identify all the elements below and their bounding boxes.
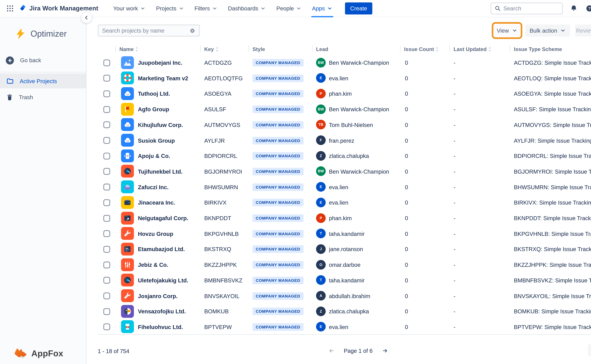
table-row: Zafuczi Inc.BHWSUMRNCOMPANY MANAGEDEeva.… — [87, 179, 591, 195]
next-page-arrow-icon[interactable] — [379, 346, 389, 356]
issue-count-value: 0 — [405, 148, 408, 164]
app-switcher-icon[interactable] — [5, 3, 15, 13]
help-icon[interactable]: ? — [585, 4, 591, 13]
issue-type-scheme-value: BMBNFBSVKZ: Simple Issue Track... — [514, 273, 591, 288]
row-checkbox[interactable] — [103, 308, 110, 315]
table-row: Jebiz & Co.BKZZJHPPKCOMPANY MANAGEDOomar… — [87, 257, 591, 273]
nav-menu-item-label: Filters — [195, 5, 210, 12]
style-badge: COMPANY MANAGED — [252, 59, 303, 66]
chevron-down-icon — [178, 6, 184, 11]
issue-type-scheme-value: ACTDGZG: Simple Issue Tracking I... — [514, 55, 591, 71]
lead-avatar: A — [316, 291, 326, 301]
row-checkbox[interactable] — [103, 75, 110, 82]
row-checkbox[interactable] — [103, 215, 110, 221]
project-name: Vensazofojku Ltd. — [138, 304, 186, 319]
row-checkbox[interactable] — [103, 292, 110, 299]
issue-count-value: 0 — [405, 241, 408, 257]
sidebar-item-label: Active Projects — [20, 78, 57, 84]
lead-name: Ben Warwick-Champion — [329, 164, 389, 179]
issue-count-value: 0 — [405, 179, 408, 195]
project-avatar-wrench-icon — [121, 227, 134, 240]
lead-avatar: E — [316, 182, 326, 192]
sidebar-item-active-projects[interactable]: Active Projects — [0, 74, 86, 88]
project-name: Apoju & Co. — [138, 148, 170, 164]
project-avatar-lifebuoy-icon — [121, 72, 134, 84]
nav-menu-item-dashboards[interactable]: Dashboards — [223, 0, 271, 17]
style-badge: COMPANY MANAGED — [252, 323, 303, 331]
global-search-input[interactable] — [503, 5, 576, 12]
nav-menu-item-apps[interactable]: Apps — [307, 0, 338, 17]
last-updated-value: - — [453, 210, 455, 226]
lead-name: omar.darboe — [329, 257, 360, 273]
jira-brand[interactable]: Jira Work Management — [19, 5, 98, 12]
row-checkbox[interactable] — [103, 230, 110, 237]
last-updated-value: - — [453, 319, 455, 335]
lead-avatar: E — [316, 73, 326, 83]
sidebar-item-trash[interactable]: Trash — [0, 90, 86, 104]
last-updated-value: - — [453, 55, 455, 71]
lead-avatar: P — [316, 89, 326, 98]
notifications-bell-icon[interactable] — [569, 4, 579, 13]
row-checkbox[interactable] — [103, 137, 110, 144]
chevron-down-icon — [140, 6, 146, 11]
lead-avatar: T — [316, 229, 326, 238]
nav-menu-item-projects[interactable]: Projects — [151, 0, 189, 17]
export-button[interactable]: Export — [588, 344, 591, 356]
last-updated-value: - — [453, 257, 455, 273]
row-checkbox[interactable] — [103, 324, 110, 331]
table-row: Josjanro Corp.BNVSKAYOILCOMPANY MANAGEDA… — [87, 288, 591, 304]
row-checkbox[interactable] — [103, 261, 110, 268]
project-avatar-cloud-icon — [121, 118, 134, 131]
chevron-down-icon — [212, 6, 218, 11]
row-checkbox[interactable] — [103, 199, 110, 206]
style-badge: COMPANY MANAGED — [252, 230, 303, 238]
issue-type-scheme-value: BKSTRXQ: Simple Issue Tracking I... — [514, 241, 591, 257]
project-avatar-browser-icon — [121, 212, 134, 224]
table-row: Kihujlufuw Corp.AUTMOVYGSCOMPANY MANAGED… — [87, 117, 591, 133]
row-checkbox[interactable] — [103, 277, 110, 284]
lead-name: eva.lien — [329, 319, 348, 335]
back-arrow-icon — [5, 56, 14, 65]
project-name: Etamubazjod Ltd. — [138, 241, 185, 257]
row-checkbox[interactable] — [103, 153, 110, 159]
optimizer-logo: Optimizer — [0, 17, 86, 40]
row-checkbox[interactable] — [103, 121, 110, 128]
go-back-button[interactable]: Go back — [0, 53, 86, 67]
nav-menu-item-your-work[interactable]: Your work — [108, 0, 151, 17]
lead-avatar: BW — [316, 104, 326, 114]
nav-menu-item-people[interactable]: People — [271, 0, 307, 17]
row-checkbox[interactable] — [103, 184, 110, 190]
nav-menu-item-filters[interactable]: Filters — [189, 0, 223, 17]
chevron-down-icon — [296, 6, 302, 11]
pagination: Page 1 of 6 — [327, 346, 389, 356]
lead-name: zlatica.chalupka — [329, 148, 369, 164]
project-avatar-parrot-icon — [121, 305, 134, 318]
lead-avatar: BW — [316, 58, 326, 67]
project-name: Zafuczi Inc. — [138, 179, 169, 195]
previous-page-arrow-icon[interactable] — [327, 346, 337, 356]
row-checkbox[interactable] — [103, 106, 110, 113]
result-range-text: 1 - 18 of 754 — [98, 348, 129, 354]
sidebar-collapse-button[interactable] — [81, 12, 92, 23]
lead-name: Tom Buhl-Nielsen — [329, 117, 373, 133]
table-row: Tujifunekbel Ltd.BGJORMYROICOMPANY MANAG… — [87, 164, 591, 179]
fox-logo-icon — [14, 348, 28, 360]
last-updated-value: - — [453, 148, 455, 164]
row-checkbox[interactable] — [103, 59, 110, 66]
lead-name: Ben Warwick-Champion — [329, 55, 389, 71]
table-row: Marketing Team v2AEOTLOQTFGCOMPANY MANAG… — [87, 70, 591, 86]
project-key: ACTDGZG — [204, 55, 232, 71]
sidebar: Optimizer Go back Active Projects Trash … — [0, 17, 86, 364]
app-title: Jira Work Management — [29, 5, 98, 12]
lead-avatar: Z — [316, 151, 326, 161]
row-checkbox[interactable] — [103, 168, 110, 175]
issue-type-scheme-value: AUTMOVYGS: Simple Issue Tracki... — [514, 117, 591, 133]
global-search[interactable] — [491, 2, 563, 14]
row-checkbox[interactable] — [103, 90, 110, 97]
lead-avatar: O — [316, 260, 326, 270]
trash-icon — [6, 93, 13, 101]
create-button[interactable]: Create — [345, 2, 372, 14]
style-badge: COMPANY MANAGED — [252, 308, 303, 315]
project-key: BOMKUB — [204, 304, 229, 319]
row-checkbox[interactable] — [103, 246, 110, 253]
